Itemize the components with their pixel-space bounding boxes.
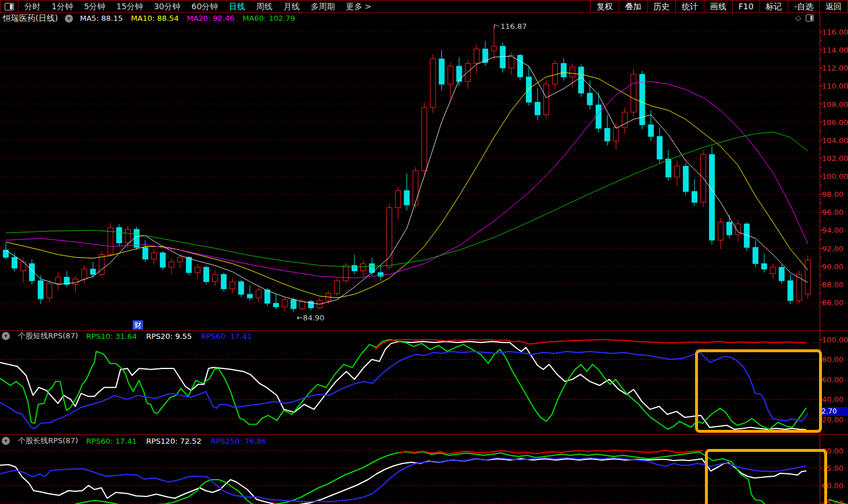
menu-item[interactable]: 日线 [229, 1, 245, 12]
toolbar-button[interactable]: 返回 [819, 1, 847, 12]
menu-item[interactable]: 多周期 [310, 1, 335, 12]
y-axis-label: 114.00 [822, 46, 848, 54]
menu-item[interactable]: 60分钟 [192, 1, 218, 12]
y-axis-label: 40.00 [822, 395, 848, 404]
ma-legend: MA5: 88.15MA10: 88.54MA20: 92.46MA60: 10… [80, 14, 295, 23]
y-axis-label: 100.00 [822, 335, 848, 344]
indicator-legend: RPS60: 17.41RPS120: 72.52RPS250: 76.86 [86, 437, 266, 445]
y-axis-label: 80.00 [822, 355, 848, 364]
legend-item: RPS10: 31.64 [86, 332, 137, 341]
toolbar-button[interactable]: 叠加 [619, 1, 647, 12]
long-rps-header: ▾ 个股长线RPS(87) RPS60: 17.41RPS120: 72.52R… [2, 436, 266, 445]
menu-item[interactable]: 5分钟 [84, 1, 105, 12]
y-axis-label: 104.00 [822, 136, 848, 144]
legend-item: RPS60: 17.41 [201, 332, 251, 341]
panel-split-icon[interactable] [806, 14, 814, 21]
y-axis-label: 94.00 [822, 226, 848, 235]
value-badge: 2.70 [819, 407, 848, 416]
legend-item: MA5: 88.15 [80, 14, 123, 23]
trading-app-window: 分时1分钟5分钟15分钟30分钟60分钟日线周线月线多周期更多 > 复权叠加历史… [0, 0, 848, 504]
y-axis-label: 102.00 [822, 154, 848, 162]
y-axis-label: 100.00 [822, 172, 848, 181]
tools-menu: 复权叠加历史统计画线F10标记-自选返回 [590, 1, 847, 12]
menu-item[interactable]: 15分钟 [116, 1, 143, 12]
top-menu-bar: 分时1分钟5分钟15分钟30分钟60分钟日线周线月线多周期更多 > 复权叠加历史… [0, 0, 848, 13]
candlestick-chart[interactable] [0, 13, 848, 331]
window-icon [5, 3, 14, 10]
low-price-annotation: ←84.90 [297, 313, 324, 322]
panel-separator [0, 434, 848, 435]
y-axis-label: 112.00 [822, 64, 848, 72]
legend-item: RPS120: 72.52 [146, 437, 202, 445]
y-axis-label: 92.00 [822, 244, 848, 253]
toolbar-button[interactable]: 历史 [647, 1, 675, 12]
y-axis-label: 86.00 [822, 298, 848, 307]
page-title: 恒瑞医药(日线) [3, 13, 58, 24]
panel-separator [0, 330, 848, 331]
legend-item: MA10: 88.54 [131, 14, 178, 23]
y-axis-label: 96.00 [822, 208, 848, 217]
short-rps-header: ▾ 个股短线RPS(87) RPS10: 31.64RPS20: 9.55RPS… [2, 331, 252, 341]
chevron-down-icon[interactable]: ▾ [65, 14, 73, 23]
y-axis-label: 60.00 [822, 375, 848, 384]
menu-item[interactable]: 30分钟 [154, 1, 181, 12]
indicator-legend: RPS10: 31.64RPS20: 9.55RPS60: 17.41 [86, 332, 252, 341]
drawn-highlight-box [695, 349, 822, 433]
window-layout-button[interactable] [1, 1, 19, 12]
financial-report-marker[interactable]: 财 [133, 320, 143, 330]
y-axis-label: 110.00 [822, 82, 848, 90]
toolbar-button[interactable]: 标记 [759, 1, 788, 12]
y-axis-label: 20.00 [822, 415, 848, 423]
toolbar-button[interactable]: 统计 [675, 1, 704, 12]
indicator-title: 个股短线RPS(87) [18, 331, 78, 341]
toolbar-button[interactable]: -自选 [788, 1, 819, 12]
drawn-highlight-box [705, 449, 827, 504]
legend-item: RPS250: 76.86 [211, 437, 266, 445]
menu-item[interactable]: 周线 [256, 1, 272, 12]
chart-header: 恒瑞医药(日线) ▾ MA5: 88.15MA10: 88.54MA20: 92… [3, 13, 295, 23]
menu-item[interactable]: 月线 [283, 1, 299, 12]
y-axis-label: 116.00 [822, 28, 848, 36]
menu-item[interactable]: 分时 [24, 1, 41, 12]
y-axis-label: 106.00 [822, 118, 848, 126]
legend-item: RPS20: 9.55 [146, 332, 192, 341]
toolbar-button[interactable]: 复权 [590, 1, 619, 12]
y-axis-label: 88.00 [822, 280, 848, 288]
y-axis-label: 108.00 [822, 100, 848, 108]
peak-price-annotation: 116.87 [500, 22, 527, 31]
toolbar-button[interactable]: 画线 [704, 1, 732, 12]
menu-item[interactable]: 1分钟 [52, 1, 73, 12]
period-menu: 分时1分钟5分钟15分钟30分钟60分钟日线周线月线多周期更多 > [19, 1, 372, 12]
chevron-down-icon[interactable]: ▾ [2, 332, 10, 340]
legend-item: MA20: 92.46 [187, 14, 234, 23]
y-axis-label: 98.00 [822, 190, 848, 199]
menu-item[interactable]: 更多 > [346, 1, 371, 12]
chevron-down-icon[interactable]: ▾ [2, 437, 10, 445]
diamond-icon[interactable]: ◇ [795, 14, 801, 21]
indicator-title: 个股长线RPS(87) [18, 436, 78, 446]
legend-item: RPS60: 17.41 [86, 437, 137, 445]
legend-item: MA60: 102.79 [243, 14, 295, 23]
y-axis-label: 90.00 [822, 262, 848, 271]
toolbar-button[interactable]: F10 [732, 1, 759, 12]
